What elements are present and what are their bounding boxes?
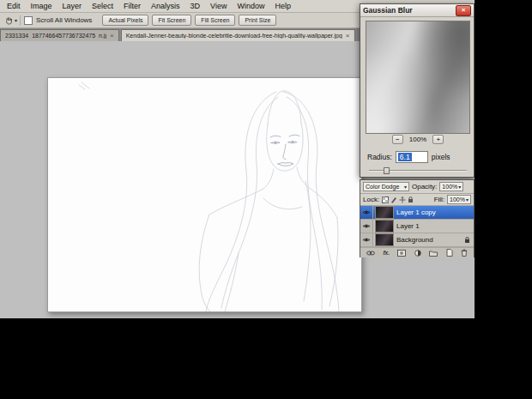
chevron-down-icon: ▾	[15, 17, 17, 23]
preview-zoom-controls: − 100% +	[360, 135, 475, 144]
visibility-toggle[interactable]	[360, 206, 373, 219]
layer-style-button[interactable]: fx.	[383, 250, 390, 256]
add-layer-mask-button[interactable]	[397, 250, 406, 257]
lock-pixels-icon[interactable]	[390, 196, 397, 203]
lock-icons	[382, 196, 432, 203]
layer-row-layer-1-copy[interactable]: Layer 1 copy	[360, 206, 474, 220]
radius-label: Radius:	[367, 153, 392, 161]
layer-thumbnail[interactable]	[376, 207, 393, 218]
layer-row-background[interactable]: Background	[360, 233, 474, 247]
fill-field[interactable]: 100% ▾	[447, 195, 471, 204]
opacity-value: 100%	[442, 184, 457, 190]
menu-item-window[interactable]: Window	[232, 2, 269, 10]
layer-name: Layer 1 copy	[396, 209, 474, 216]
menu-item-analysis[interactable]: Analysis	[146, 2, 185, 10]
layer-name: Background	[396, 236, 464, 244]
layer-thumbnail[interactable]	[376, 221, 393, 232]
blend-mode-value: Color Dodge	[366, 184, 399, 190]
eye-icon	[362, 237, 371, 243]
blend-opacity-row: Color Dodge ▾ Opacity: 100% ▾	[360, 180, 474, 194]
tab-label: Kendall-Jenner-beauty-blonde-celebritie-…	[126, 33, 342, 39]
menu-item-view[interactable]: View	[205, 2, 232, 10]
tab-label: 2331334_1877466457736732475_n.jpg	[5, 33, 106, 39]
opacity-label: Opacity:	[412, 183, 437, 190]
radius-unit: pixels	[432, 153, 450, 161]
layer-thumbnail[interactable]	[376, 234, 393, 245]
print-size-button[interactable]: Print Size	[239, 15, 276, 26]
radius-row: Radius: 6.1 pixels	[367, 151, 450, 163]
new-layer-icon	[446, 249, 453, 257]
slider-thumb[interactable]	[384, 167, 390, 174]
document-canvas[interactable]	[47, 77, 362, 312]
radius-input[interactable]: 6.1	[396, 151, 428, 163]
fill-value: 100%	[450, 196, 465, 203]
adjustment-layer-icon	[414, 250, 421, 257]
menu-item-layer[interactable]: Layer	[57, 2, 88, 10]
fit-screen-button[interactable]: Fit Screen	[152, 15, 191, 26]
hand-tool-icon	[4, 15, 14, 25]
background-lock	[464, 236, 470, 244]
menu-item-3d[interactable]: 3D	[185, 2, 206, 10]
blend-mode-dropdown[interactable]: Color Dodge ▾	[363, 182, 409, 191]
trash-icon	[461, 249, 468, 257]
menu-item-select[interactable]: Select	[87, 2, 118, 10]
lock-fill-row: Lock: Fill: 100%	[360, 194, 474, 206]
sketch-artwork	[48, 78, 361, 311]
menu-item-filter[interactable]: Filter	[118, 2, 146, 10]
opacity-field[interactable]: 100% ▾	[439, 182, 463, 191]
folder-icon	[429, 250, 438, 257]
link-icon	[366, 251, 375, 256]
layer-name: Layer 1	[396, 222, 474, 230]
tool-preset-picker[interactable]: ▾	[2, 15, 21, 26]
scroll-all-windows-label: Scroll All Windows	[36, 16, 92, 24]
new-layer-button[interactable]	[446, 249, 453, 257]
fill-screen-button[interactable]: Fill Screen	[195, 15, 235, 26]
fill-label: Fill:	[434, 196, 444, 203]
scroll-all-windows-checkbox[interactable]	[24, 16, 33, 25]
new-group-button[interactable]	[429, 250, 438, 257]
menu-item-help[interactable]: Help	[269, 2, 296, 10]
document-tab-2[interactable]: Kendall-Jenner-beauty-blonde-celebritie-…	[121, 29, 355, 41]
layer-row-layer-1[interactable]: Layer 1	[360, 220, 474, 233]
chevron-down-icon: ▾	[466, 196, 469, 203]
lock-icon	[464, 236, 470, 244]
dialog-title: Gaussian Blur	[363, 6, 456, 15]
adjustment-layer-button[interactable]	[414, 250, 421, 257]
zoom-level: 100%	[409, 136, 426, 143]
radius-value: 6.1	[398, 153, 412, 161]
lock-transparency-icon[interactable]	[382, 196, 389, 203]
delete-layer-button[interactable]	[461, 249, 468, 257]
visibility-toggle[interactable]	[360, 220, 373, 233]
gaussian-blur-dialog: Gaussian Blur × − 100% + Radius: 6.1 pix…	[360, 3, 475, 178]
visibility-toggle[interactable]	[360, 233, 373, 246]
zoom-in-button[interactable]: +	[432, 135, 444, 144]
actual-pixels-button[interactable]: Actual Pixels	[102, 15, 148, 26]
eye-icon	[362, 209, 371, 215]
tab-close-icon[interactable]: ×	[346, 33, 350, 39]
document-tab-1[interactable]: 2331334_1877466457736732475_n.jpg ×	[0, 29, 119, 41]
lock-position-icon[interactable]	[399, 196, 406, 203]
layers-panel-toolbar: fx.	[360, 247, 474, 257]
dialog-title-bar[interactable]: Gaussian Blur ×	[360, 4, 474, 17]
eye-icon	[362, 223, 371, 229]
blur-preview-image	[366, 21, 470, 134]
chevron-down-icon: ▾	[404, 184, 407, 190]
dialog-close-button[interactable]: ×	[456, 5, 471, 16]
menu-item-edit[interactable]: Edit	[2, 2, 26, 10]
video-frame: Edit Image Layer Select Filter Analysis …	[0, 0, 532, 399]
radius-slider[interactable]	[369, 166, 467, 175]
blur-preview[interactable]	[366, 21, 470, 134]
layers-panel: Color Dodge ▾ Opacity: 100% ▾ Lock:	[360, 179, 475, 257]
lock-label: Lock:	[363, 196, 379, 203]
link-layers-button[interactable]	[366, 251, 375, 256]
layer-mask-icon	[397, 250, 406, 257]
menu-item-image[interactable]: Image	[26, 2, 57, 10]
lock-all-icon[interactable]	[408, 196, 414, 203]
zoom-out-button[interactable]: −	[392, 135, 403, 144]
tab-close-icon[interactable]: ×	[110, 33, 114, 39]
chevron-down-icon: ▾	[458, 184, 461, 190]
